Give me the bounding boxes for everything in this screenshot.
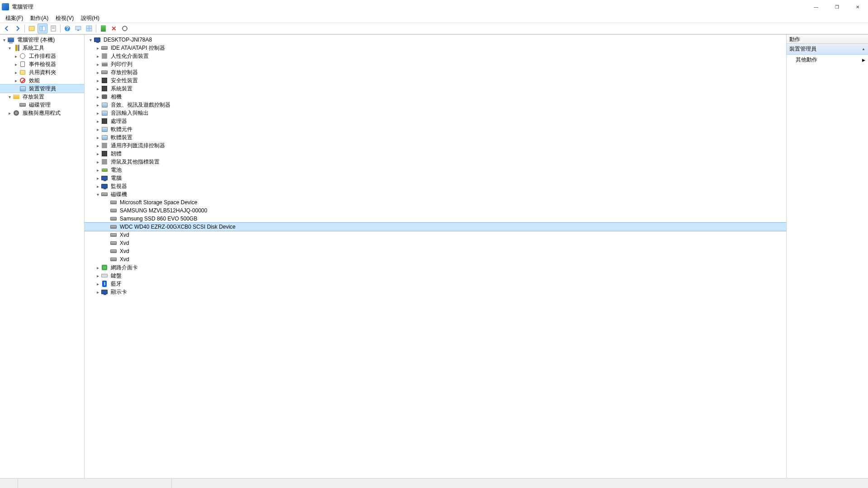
expander-icon[interactable]: ▸ (94, 183, 101, 189)
menu-file[interactable]: 檔案(F) (2, 14, 27, 23)
category-mouse[interactable]: ▸ 滑鼠及其他指標裝置 (85, 158, 786, 166)
category-mon[interactable]: ▸ 監視器 (85, 182, 786, 190)
expander-icon[interactable]: ▸ (94, 134, 101, 141)
show-hide-tree-button[interactable] (27, 23, 37, 33)
category-storage[interactable]: ▸ 存放控制器 (85, 68, 786, 76)
maximize-button[interactable]: ❐ (826, 0, 847, 14)
expander-icon[interactable]: ▸ (94, 126, 101, 132)
close-button[interactable]: ✕ (847, 0, 868, 14)
category-swdev[interactable]: ▸ 軟體裝置 (85, 133, 786, 141)
category-disp[interactable]: ▸ 顯示卡 (85, 288, 786, 296)
disk-device[interactable]: ▸ WDC WD40 EZRZ-00GXCB0 SCSI Disk Device (85, 223, 786, 231)
expander-icon[interactable]: ▾ (87, 37, 94, 43)
expander-icon[interactable]: ▸ (94, 264, 101, 271)
properties-button[interactable] (48, 23, 58, 33)
expander-icon[interactable]: ▸ (94, 142, 101, 149)
expander-icon[interactable]: ▸ (94, 69, 101, 75)
expander-icon[interactable]: ▸ (94, 61, 101, 67)
nav-system-tools[interactable]: ▾ 系統工具 (0, 44, 84, 52)
disk-device[interactable]: ▸ Xvd (85, 231, 786, 239)
expander-icon[interactable]: ▸ (94, 159, 101, 165)
mon-icon (101, 183, 108, 190)
nav-performance[interactable]: ▸ 效能 (0, 76, 84, 84)
expander-icon[interactable]: ▾ (6, 45, 13, 51)
expander-icon[interactable]: ▾ (94, 191, 101, 197)
disk-device[interactable]: ▸ SAMSUNG MZVLB512HAJQ-00000 (85, 206, 786, 215)
expander-icon[interactable]: ▾ (6, 94, 13, 100)
nav-task-scheduler[interactable]: ▸ 工作排程器 (0, 52, 84, 60)
device-tree-pane[interactable]: ▾ DESKTOP-JNI78A8 ▸ IDE ATA/ATAPI 控制器 ▸ … (85, 35, 787, 478)
category-bt[interactable]: ▸ ᛒ 藍牙 (85, 280, 786, 288)
nav-disk-management[interactable]: ▸ 磁碟管理 (0, 101, 84, 109)
help-button[interactable]: ? (62, 23, 72, 33)
disk-device[interactable]: ▸ Xvd (85, 247, 786, 255)
category-sys[interactable]: ▸ 系統裝置 (85, 84, 786, 93)
expander-icon[interactable]: ▾ (1, 37, 7, 43)
expander-icon[interactable]: ▸ (94, 118, 101, 124)
uninstall-device-button[interactable]: ✕ (109, 23, 119, 33)
device-root[interactable]: ▾ DESKTOP-JNI78A8 (85, 36, 786, 44)
nav-storage[interactable]: ▾ 存放裝置 (0, 93, 84, 101)
expander-icon[interactable]: ▸ (13, 77, 19, 84)
minimize-button[interactable]: — (806, 0, 826, 14)
expander-icon[interactable]: ▸ (94, 150, 101, 157)
category-hid[interactable]: ▸ 人性化介面裝置 (85, 52, 786, 60)
update-driver-button[interactable] (98, 23, 108, 33)
expander-icon[interactable]: ▸ (94, 110, 101, 116)
left-navigation-pane[interactable]: ▾ 電腦管理 (本機) ▾ 系統工具 ▸ (0, 35, 85, 478)
bt-icon: ᛒ (101, 280, 108, 287)
menu-view[interactable]: 檢視(V) (52, 14, 77, 23)
category-swcomp[interactable]: ▸ 軟體元件 (85, 125, 786, 133)
expander-icon[interactable]: ▸ (94, 85, 101, 92)
expander-icon[interactable]: ▸ (94, 175, 101, 181)
category-print[interactable]: ▸ 列印佇列 (85, 60, 786, 68)
actions-other-actions[interactable]: 其他動作 ▶ (787, 55, 868, 65)
nav-root[interactable]: ▾ 電腦管理 (本機) (0, 36, 84, 44)
category-batt[interactable]: ▸ 電池 (85, 166, 786, 174)
expander-icon[interactable]: ▸ (94, 94, 101, 100)
back-button[interactable] (2, 23, 12, 33)
expander-icon[interactable]: ▸ (94, 281, 101, 287)
category-cam[interactable]: ▸ 相機 (85, 93, 786, 101)
forward-button[interactable] (13, 23, 23, 33)
mouse-icon (101, 158, 108, 165)
category-disk-drives[interactable]: ▾ 磁碟機 (85, 190, 786, 198)
menu-help[interactable]: 說明(H) (77, 14, 103, 23)
expander-icon[interactable]: ▸ (94, 53, 101, 59)
disk-device[interactable]: ▸ Xvd (85, 239, 786, 247)
disk-device[interactable]: ▸ Samsung SSD 860 EVO 500GB (85, 215, 786, 223)
expander-icon[interactable]: ▸ (94, 45, 101, 51)
expander-icon[interactable]: ▸ (13, 53, 19, 59)
category-usb[interactable]: ▸ 通用序列匯流排控制器 (85, 141, 786, 150)
uninstall-icon: ✕ (111, 25, 117, 32)
nav-device-manager[interactable]: ▸ 裝置管理員 (0, 84, 84, 93)
category-cpu[interactable]: ▸ 處理器 (85, 117, 786, 125)
disk-device[interactable]: ▸ Xvd (85, 255, 786, 263)
category-audio[interactable]: ▸ 音訊輸入與輸出 (85, 109, 786, 117)
scan-hardware-button[interactable] (120, 23, 130, 33)
category-net[interactable]: ▸ 網路介面卡 (85, 263, 786, 272)
expander-icon[interactable]: ▸ (13, 69, 19, 75)
show-hide-center-button[interactable] (38, 23, 47, 33)
menu-action[interactable]: 動作(A) (27, 14, 52, 23)
expander-icon[interactable]: ▸ (6, 110, 13, 116)
expander-icon[interactable]: ▸ (94, 272, 101, 279)
category-sec[interactable]: ▸ 安全性裝置 (85, 76, 786, 84)
expander-icon[interactable]: ▸ (13, 61, 19, 67)
nav-shared-folders[interactable]: ▸ 共用資料夾 (0, 68, 84, 76)
category-fw[interactable]: ▸ 韌體 (85, 150, 786, 158)
view-devices-button[interactable] (73, 23, 83, 33)
expander-icon[interactable]: ▸ (94, 167, 101, 173)
category-kbd[interactable]: ▸ 鍵盤 (85, 272, 786, 280)
expander-icon[interactable]: ▸ (94, 77, 101, 84)
expander-icon[interactable]: ▸ (94, 102, 101, 108)
disk-device[interactable]: ▸ Microsoft Storage Space Device (85, 198, 786, 206)
nav-event-viewer[interactable]: ▸ 事件檢視器 (0, 60, 84, 68)
view-resources-button[interactable] (84, 23, 94, 33)
actions-section-device-manager[interactable]: 裝置管理員 ▲ (787, 44, 868, 55)
expander-icon[interactable]: ▸ (94, 289, 101, 295)
nav-services[interactable]: ▸ 服務與應用程式 (0, 109, 84, 117)
category-ide[interactable]: ▸ IDE ATA/ATAPI 控制器 (85, 44, 786, 52)
category-sound[interactable]: ▸ 音效、視訊及遊戲控制器 (85, 101, 786, 109)
category-comp[interactable]: ▸ 電腦 (85, 174, 786, 182)
